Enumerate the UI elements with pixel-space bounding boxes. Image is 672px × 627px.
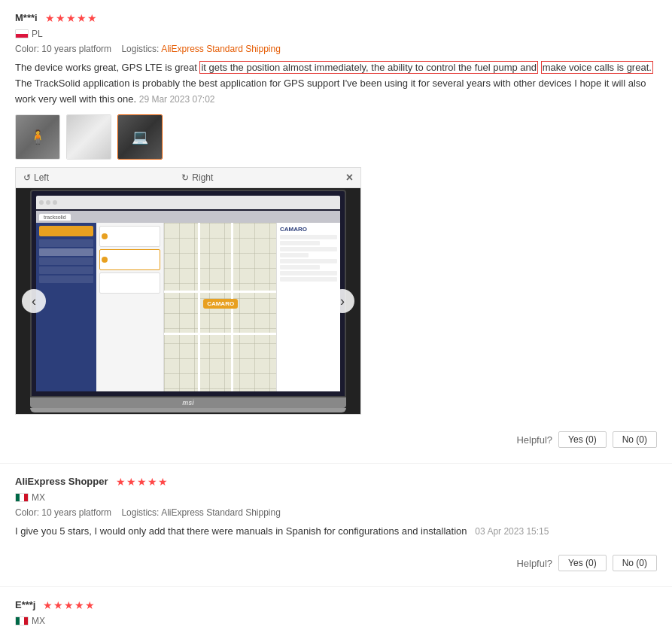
browser-dot-2 [46,200,50,205]
detail-row-6 [280,265,320,269]
reviewer-country-3: MX [15,616,657,626]
stars-2: ★★★★★ [116,476,169,488]
detail-row-8 [280,277,337,282]
review-date-1: 29 Mar 2023 07:02 [139,94,215,105]
flag-mx-icon-2 [15,493,29,502]
browser-dot-3 [53,200,57,205]
lightbox-nav-left[interactable]: ↺ Left [23,172,49,183]
app-list-dot-2 [102,257,108,263]
color-value-1: 10 years platform [41,44,111,54]
reviewer-name-3: E***j [15,599,35,610]
lightbox-close-button[interactable]: × [346,171,353,184]
review-text-2: I give you 5 stars, I would only add tha… [15,524,657,540]
country-code-3: MX [32,616,45,626]
thumb-img-laptop: 💻 [118,115,162,159]
app-map: CAMARO [164,223,276,391]
laptop-bottom [30,408,346,412]
highlight-box-2: make voice calls is great. [541,61,653,74]
app-list-item-1 [99,226,160,247]
laptop-base: msi [30,397,346,408]
reviewer-country-1: PL [15,29,657,39]
review-2: AliExpress Shopper ★★★★★ MX Color: 10 ye… [0,464,672,587]
app-nav-item-2 [39,248,93,256]
review-1: M***i ★★★★★ PL Color: 10 years platform … [0,0,672,464]
rotate-left-icon: ↺ [23,172,31,183]
review-date-2: 03 Apr 2023 15:15 [475,526,549,537]
no-button-1[interactable]: No (0) [613,431,657,448]
laptop-mockup: tracksolid [30,190,346,412]
detail-row-7 [280,271,337,275]
app-sidebar [36,223,96,391]
flag-mx-icon-3 [15,616,29,625]
app-list [96,223,164,391]
rotate-right-icon: ↻ [181,172,189,183]
map-marker: CAMARO [203,299,238,309]
app-list-item-3 [99,272,160,294]
detail-row-5 [280,259,337,263]
map-road-h-1 [164,291,276,293]
lightbox: ↺ Left ↻ Right × ‹ track [15,167,361,415]
reviewer-header-3: E***j ★★★★★ [15,599,657,611]
browser-bar [36,196,340,209]
color-logistics-1: Color: 10 years platform Logistics: AliE… [15,44,657,54]
stars-1: ★★★★★ [45,12,98,24]
no-button-2[interactable]: No (0) [613,555,657,571]
app-nav-item-4 [39,266,93,274]
thumb-img-person: 🧍 [16,115,59,159]
map-road-h-2 [164,333,276,335]
yes-button-1[interactable]: Yes (0) [558,431,607,448]
lightbox-nav-right[interactable]: ↻ Right [181,172,213,183]
color-label-1: Color: [15,44,39,54]
helpful-label-1: Helpful? [516,434,552,446]
app-layout: CAMARO CAMARO [36,223,340,391]
laptop-screen: tracksolid [30,190,346,397]
map-road-v-1 [198,223,200,391]
detail-row-3 [280,247,337,251]
browser-tabs: tracksolid [36,211,340,223]
reviewer-header-1: M***i ★★★★★ [15,12,657,24]
flag-pl-icon [15,29,29,38]
app-list-item-2 [99,249,160,270]
right-label: Right [192,172,213,183]
color-value-2: 10 years platform [41,507,111,518]
laptop-brand: msi [182,399,194,406]
review-thumb-3[interactable]: 💻 [117,114,163,160]
text-before-highlight-1: The device works great, GPS LTE is great [15,62,199,73]
highlight-box-1: it gets the position almost immediately,… [199,61,538,74]
helpful-row-1: Helpful? Yes (0) No (0) [15,424,657,451]
review-3: E***j ★★★★★ MX Color: 1 year platform Lo… [0,587,672,627]
logistics-label-2: Logistics: [121,507,159,518]
review-thumb-1[interactable]: 🧍 [15,114,60,160]
review-body-2: I give you 5 stars, I would only add tha… [15,525,467,537]
helpful-row-2: Helpful? Yes (0) No (0) [15,547,657,574]
app-nav-item-5 [39,275,93,283]
color-label-2: Color: [15,507,39,518]
country-code-2: MX [32,492,45,503]
thumb-img-device [67,115,111,159]
app-sidebar-header [39,226,93,236]
reviewer-name-1: M***i [15,12,38,23]
detail-title: CAMARO [280,226,337,233]
reviewer-header-2: AliExpress Shopper ★★★★★ [15,476,657,488]
detail-row-4 [280,253,309,257]
detail-row-1 [280,235,337,239]
stars-3: ★★★★★ [43,599,96,611]
lightbox-image-container: ‹ tracksolid [16,188,360,414]
browser-dot-1 [39,200,44,205]
app-nav-item-1 [39,239,93,247]
app-nav-item-3 [39,257,93,265]
reviewer-name-2: AliExpress Shopper [15,476,108,487]
logistics-value-2: AliExpress Standard Shipping [161,507,281,518]
lightbox-next-button[interactable]: › [330,289,354,313]
yes-button-2[interactable]: Yes (0) [558,555,607,571]
logistics-value-1[interactable]: AliExpress Standard Shipping [161,44,281,54]
lightbox-prev-button[interactable]: ‹ [22,289,46,313]
helpful-label-2: Helpful? [516,558,552,569]
lightbox-nav: ↺ Left ↻ Right × [16,168,360,188]
review-images-1: 🧍 💻 [15,114,657,160]
review-thumb-2[interactable] [66,114,111,160]
left-label: Left [34,172,49,183]
color-logistics-2: Color: 10 years platform Logistics: AliE… [15,507,657,518]
country-code-1: PL [32,29,43,39]
app-list-dot-1 [102,233,108,239]
